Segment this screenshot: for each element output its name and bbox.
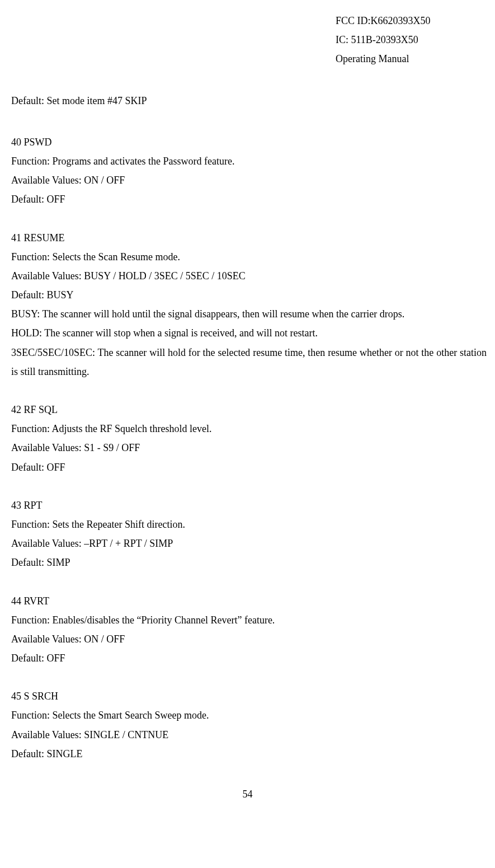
- item-default: Default: OFF: [11, 190, 487, 209]
- default-skip-line: Default: Set mode item #47 SKIP: [11, 91, 487, 110]
- item-function: Function: Programs and activates the Pas…: [11, 152, 487, 171]
- item-default: Default: BUSY: [11, 285, 487, 304]
- page-number: 54: [0, 785, 495, 804]
- item-title: 43 RPT: [11, 496, 487, 515]
- item-default: Default: SINGLE: [11, 744, 487, 763]
- item-function: Function: Selects the Scan Resume mode.: [11, 247, 487, 266]
- item-title: 42 RF SQL: [11, 400, 487, 419]
- item-title: 44 RVRT: [11, 592, 487, 611]
- item-44: 44 RVRT Function: Enables/disables the “…: [11, 592, 487, 668]
- item-default: Default: SIMP: [11, 553, 487, 572]
- item-40: 40 PSWD Function: Programs and activates…: [11, 133, 487, 209]
- item-default: Default: OFF: [11, 649, 487, 668]
- item-available: Available Values: BUSY / HOLD / 3SEC / 5…: [11, 266, 487, 285]
- item-function: Function: Adjusts the RF Squelch thresho…: [11, 419, 487, 438]
- page-content: Default: Set mode item #47 SKIP 40 PSWD …: [0, 91, 495, 763]
- item-function: Function: Enables/disables the “Priority…: [11, 611, 487, 630]
- item-41: 41 RESUME Function: Selects the Scan Res…: [11, 228, 487, 382]
- item-available: Available Values: ON / OFF: [11, 171, 487, 190]
- item-extra: 3SEC/5SEC/10SEC: The scanner will hold f…: [11, 343, 487, 381]
- item-function: Function: Sets the Repeater Shift direct…: [11, 515, 487, 534]
- ic-id: IC: 511B-20393X50: [336, 30, 495, 49]
- item-43: 43 RPT Function: Sets the Repeater Shift…: [11, 496, 487, 573]
- item-45: 45 S SRCH Function: Selects the Smart Se…: [11, 687, 487, 763]
- document-header: FCC ID:K6620393X50 IC: 511B-20393X50 Ope…: [0, 11, 495, 69]
- fcc-id: FCC ID:K6620393X50: [336, 11, 495, 30]
- item-title: 40 PSWD: [11, 133, 487, 152]
- item-extra: BUSY: The scanner will hold until the si…: [11, 304, 487, 323]
- item-42: 42 RF SQL Function: Adjusts the RF Squel…: [11, 400, 487, 477]
- item-available: Available Values: –RPT / + RPT / SIMP: [11, 534, 487, 553]
- item-available: Available Values: S1 - S9 / OFF: [11, 438, 487, 457]
- item-extra: HOLD: The scanner will stop when a signa…: [11, 323, 487, 342]
- item-available: Available Values: ON / OFF: [11, 630, 487, 649]
- item-title: 45 S SRCH: [11, 687, 487, 706]
- manual-title: Operating Manual: [336, 49, 495, 68]
- item-available: Available Values: SINGLE / CNTNUE: [11, 725, 487, 744]
- item-function: Function: Selects the Smart Search Sweep…: [11, 706, 487, 725]
- item-title: 41 RESUME: [11, 228, 487, 247]
- item-default: Default: OFF: [11, 458, 487, 477]
